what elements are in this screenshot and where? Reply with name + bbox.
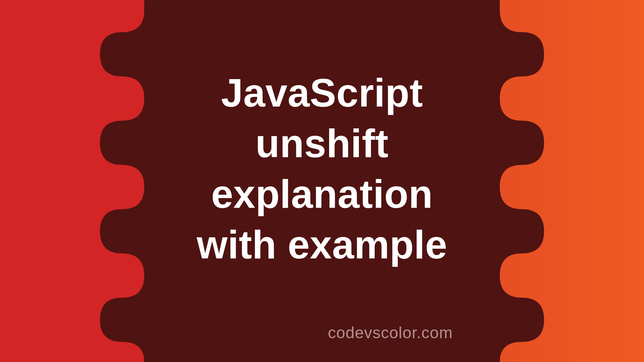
watermark-text: codevscolor.com (328, 323, 453, 342)
banner-title: JavaScript unshift explanation with exam… (197, 68, 447, 270)
banner-background: JavaScript unshift explanation with exam… (0, 0, 644, 362)
